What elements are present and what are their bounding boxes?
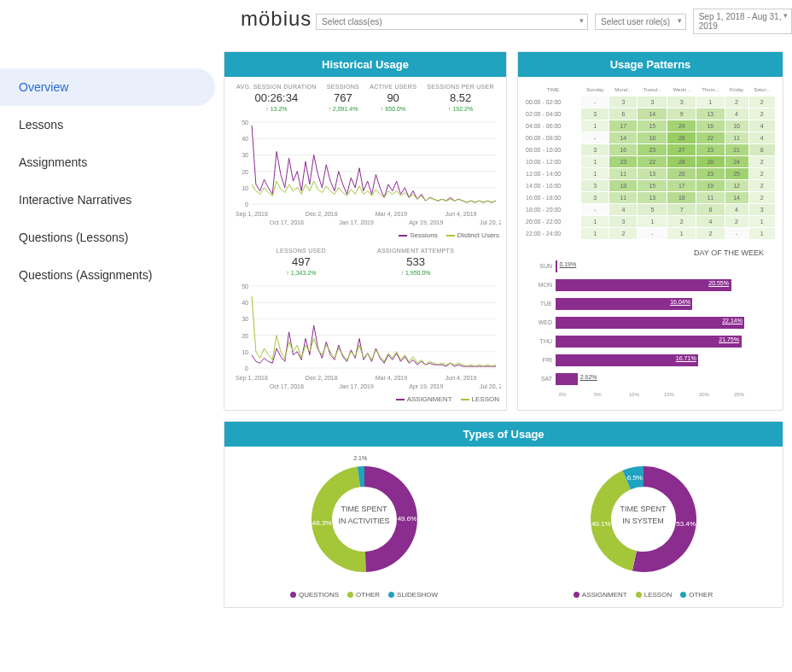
dow-row: MON20.55% <box>532 279 769 291</box>
svg-text:40: 40 <box>242 136 248 142</box>
svg-text:40: 40 <box>242 300 248 306</box>
svg-text:Apr 19, 2019: Apr 19, 2019 <box>409 383 443 390</box>
panel-title: Historical Usage <box>224 52 506 77</box>
historical-usage-panel: Historical Usage AVG. SESSION DURATION00… <box>224 51 507 411</box>
svg-text:0: 0 <box>245 365 248 371</box>
svg-text:Jul 20, 2019: Jul 20, 2019 <box>480 219 501 225</box>
donut-activities-center: TIME SPENTIN ACTIVITIES <box>253 503 475 528</box>
svg-text:6.5%: 6.5% <box>626 474 642 482</box>
nav-questions-lessons-[interactable]: Questions (Lessons) <box>0 219 215 256</box>
svg-text:50: 50 <box>242 120 248 126</box>
svg-text:20: 20 <box>242 333 248 339</box>
svg-text:Oct 17, 2018: Oct 17, 2018 <box>270 219 304 225</box>
stat: ASSIGNMENT ATTEMPTS533↑ 1,950.0% <box>377 248 454 276</box>
day-of-week-chart: SUN0.19%MON20.55%TUE16.04%WED22.14%THU21… <box>525 260 776 397</box>
nav-overview[interactable]: Overview <box>0 68 215 106</box>
svg-text:50: 50 <box>242 283 248 289</box>
chart2-legend: ASSIGNMENT LESSON <box>231 395 499 403</box>
svg-text:Jan 17, 2019: Jan 17, 2019 <box>339 383 374 389</box>
main-content: Historical Usage AVG. SESSION DURATION00… <box>215 43 792 625</box>
stat: SESSIONS767↑ 2,091.4% <box>327 84 359 112</box>
svg-text:10: 10 <box>242 349 248 355</box>
nav-assignments[interactable]: Assignments <box>0 143 215 181</box>
sessions-users-chart: 01020304050Sep 1, 2018Oct 17, 2018Dec 2,… <box>231 117 501 228</box>
svg-text:Jun 4, 2019: Jun 4, 2019 <box>446 375 477 381</box>
svg-text:Jan 17, 2019: Jan 17, 2019 <box>339 219 374 225</box>
stat: LESSONS USED497↑ 1,343.2% <box>277 248 326 276</box>
assignment-lesson-chart: 01020304050Sep 1, 2018Oct 17, 2018Dec 2,… <box>231 281 501 392</box>
svg-text:Sep 1, 2018: Sep 1, 2018 <box>236 211 268 218</box>
usage-patterns-panel: Usage Patterns TIMESundayMond...Tuesd...… <box>517 51 783 411</box>
nav-interactive-narratives[interactable]: Interactive Narratives <box>0 181 215 219</box>
svg-text:Jul 20, 2019: Jul 20, 2019 <box>480 383 501 389</box>
dow-row: SUN0.19% <box>532 260 769 272</box>
svg-text:Mar 4, 2019: Mar 4, 2019 <box>376 211 407 217</box>
svg-text:30: 30 <box>242 316 248 322</box>
chart1-legend: Sessions Distinct Users <box>231 231 499 239</box>
dow-row: WED22.14% <box>532 317 769 329</box>
svg-text:Sep 1, 2018: Sep 1, 2018 <box>236 375 268 382</box>
svg-text:Apr 19, 2019: Apr 19, 2019 <box>409 219 443 226</box>
panel-title: Usage Patterns <box>518 52 783 77</box>
svg-text:Jun 4, 2019: Jun 4, 2019 <box>446 211 477 217</box>
distinct-users-swatch <box>446 235 455 237</box>
donut-activities: 49.6%48.3%2.1% TIME SPENTIN ACTIVITIES Q… <box>253 455 475 599</box>
types-of-usage-panel: Types of Usage 49.6%48.3%2.1% TIME SPENT… <box>224 421 783 608</box>
donut-system-center: TIME SPENTIN SYSTEM <box>533 503 754 528</box>
brand-logo: möbius <box>241 7 312 31</box>
stat: AVG. SESSION DURATION00:26:34↑ 13.2% <box>236 84 317 112</box>
stat: SESSIONS PER USER8.52↑ 192.2% <box>427 84 494 112</box>
svg-text:Oct 17, 2018: Oct 17, 2018 <box>270 383 304 389</box>
dow-row: THU21.75% <box>532 336 769 348</box>
donut-system-legend: ASSIGNMENTLESSONOTHER <box>533 591 754 599</box>
svg-text:10: 10 <box>242 185 248 191</box>
date-range-select[interactable]: Sep 1, 2018 - Aug 31, 2019 <box>693 9 792 34</box>
svg-text:2.1%: 2.1% <box>353 455 367 461</box>
stat: ACTIVE USERS90↑ 650.0% <box>370 84 416 112</box>
usage-heatmap: TIMESundayMond...Tuesd...Wedn...Thurs...… <box>525 84 776 240</box>
svg-text:30: 30 <box>242 152 248 158</box>
donut-activities-legend: QUESTIONSOTHERSLIDESHOW <box>253 591 475 599</box>
dow-title: DAY OF THE WEEK <box>525 248 764 257</box>
historical-stats-2: LESSONS USED497↑ 1,343.2%ASSIGNMENT ATTE… <box>231 248 499 276</box>
dow-row: TUE16.04% <box>532 298 769 310</box>
svg-text:20: 20 <box>242 169 248 175</box>
role-select[interactable]: Select user role(s) <box>595 14 686 30</box>
filter-bar: Select class(es) Select user role(s) Sep… <box>0 0 792 43</box>
donut-system: 53.4%40.1%6.5% TIME SPENTIN SYSTEM ASSIG… <box>533 455 754 599</box>
class-select[interactable]: Select class(es) <box>316 14 588 30</box>
dow-row: FRI16.71% <box>532 354 769 366</box>
svg-text:Dec 2, 2018: Dec 2, 2018 <box>306 375 338 381</box>
panel-title: Types of Usage <box>224 422 783 447</box>
assignment-swatch <box>396 399 405 400</box>
svg-text:Dec 2, 2018: Dec 2, 2018 <box>306 211 338 217</box>
nav-questions-assignments-[interactable]: Questions (Assignments) <box>0 256 215 294</box>
historical-stats-1: AVG. SESSION DURATION00:26:34↑ 13.2%SESS… <box>231 84 499 112</box>
dow-row: SAT2.62% <box>532 373 769 385</box>
sidebar: OverviewLessonsAssignmentsInteractive Na… <box>0 43 215 625</box>
lesson-swatch <box>461 399 469 400</box>
sessions-swatch <box>399 235 407 237</box>
nav-lessons[interactable]: Lessons <box>0 106 215 143</box>
svg-text:0: 0 <box>245 202 248 207</box>
svg-text:Mar 4, 2019: Mar 4, 2019 <box>376 375 407 381</box>
